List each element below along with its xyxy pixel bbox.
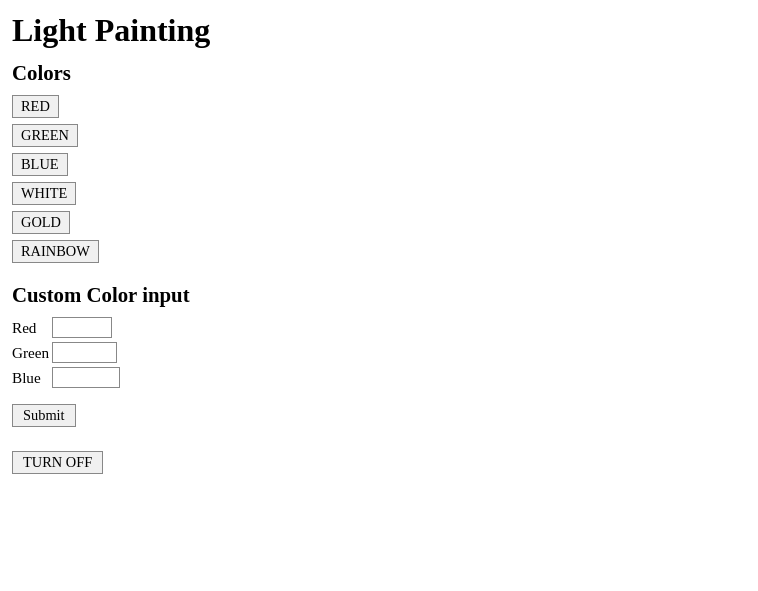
color-buttons-group: RED GREEN BLUE WHITE GOLD RAINBOW xyxy=(12,95,746,263)
blue-input-row: Blue xyxy=(12,367,746,388)
colors-heading: Colors xyxy=(12,61,746,85)
blue-input[interactable] xyxy=(52,367,120,388)
red-input[interactable] xyxy=(52,317,112,338)
page-title: Light Painting xyxy=(12,12,746,49)
custom-color-section: Custom Color input Red Green Blue Submit xyxy=(12,283,746,427)
turn-off-button[interactable]: TURN OFF xyxy=(12,451,103,474)
rainbow-button[interactable]: RAINBOW xyxy=(12,240,99,263)
green-button[interactable]: GREEN xyxy=(12,124,78,147)
custom-color-heading: Custom Color input xyxy=(12,283,746,307)
submit-button[interactable]: Submit xyxy=(12,404,76,427)
green-input[interactable] xyxy=(52,342,117,363)
green-label: Green xyxy=(12,344,50,362)
blue-button[interactable]: BLUE xyxy=(12,153,68,176)
blue-label: Blue xyxy=(12,369,50,387)
white-button[interactable]: WHITE xyxy=(12,182,76,205)
green-input-row: Green xyxy=(12,342,746,363)
gold-button[interactable]: GOLD xyxy=(12,211,70,234)
red-button[interactable]: RED xyxy=(12,95,59,118)
red-label: Red xyxy=(12,319,50,337)
red-input-row: Red xyxy=(12,317,746,338)
turn-off-section: TURN OFF xyxy=(12,451,746,474)
